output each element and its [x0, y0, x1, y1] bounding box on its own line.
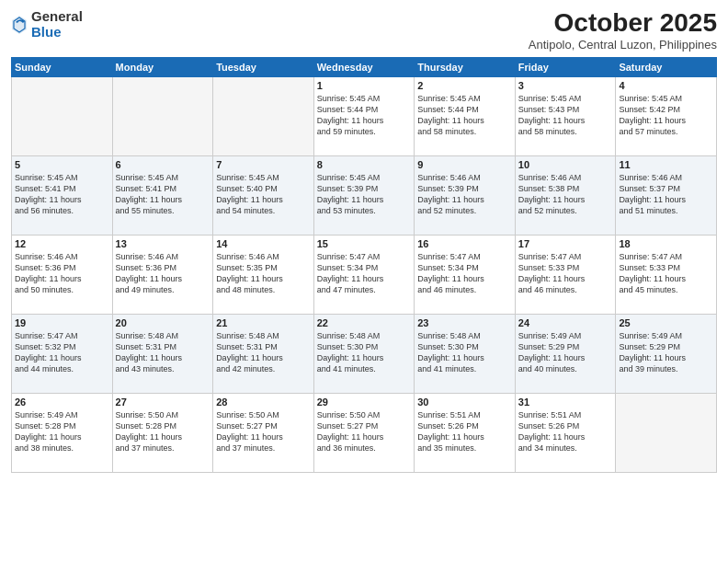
logo-general: General: [31, 9, 83, 25]
calendar-day-cell: 11Sunrise: 5:46 AM Sunset: 5:37 PM Dayli…: [616, 155, 717, 235]
day-info: Sunrise: 5:48 AM Sunset: 5:31 PM Dayligh…: [116, 330, 210, 375]
day-info: Sunrise: 5:48 AM Sunset: 5:30 PM Dayligh…: [317, 330, 412, 375]
calendar-day-cell: 20Sunrise: 5:48 AM Sunset: 5:31 PM Dayli…: [112, 314, 213, 393]
day-number: 14: [216, 238, 311, 249]
calendar-week-row: 19Sunrise: 5:47 AM Sunset: 5:32 PM Dayli…: [12, 314, 717, 393]
calendar-day-cell: 16Sunrise: 5:47 AM Sunset: 5:34 PM Dayli…: [415, 235, 516, 314]
day-number: 18: [619, 238, 713, 249]
calendar-day-cell: 13Sunrise: 5:46 AM Sunset: 5:36 PM Dayli…: [112, 235, 213, 314]
calendar-day-cell: [213, 76, 314, 155]
day-info: Sunrise: 5:47 AM Sunset: 5:34 PM Dayligh…: [417, 251, 512, 296]
day-number: 20: [116, 317, 210, 328]
calendar-day-cell: 19Sunrise: 5:47 AM Sunset: 5:32 PM Dayli…: [12, 314, 113, 393]
day-info: Sunrise: 5:46 AM Sunset: 5:37 PM Dayligh…: [619, 172, 713, 217]
logo-icon: [11, 15, 28, 35]
calendar-week-row: 26Sunrise: 5:49 AM Sunset: 5:28 PM Dayli…: [12, 393, 717, 472]
calendar-day-cell: 25Sunrise: 5:49 AM Sunset: 5:29 PM Dayli…: [616, 314, 717, 393]
day-info: Sunrise: 5:47 AM Sunset: 5:33 PM Dayligh…: [518, 251, 613, 296]
day-number: 4: [619, 80, 713, 91]
weekday-header: Friday: [515, 57, 616, 76]
calendar-day-cell: 18Sunrise: 5:47 AM Sunset: 5:33 PM Dayli…: [616, 235, 717, 314]
calendar-week-row: 5Sunrise: 5:45 AM Sunset: 5:41 PM Daylig…: [12, 155, 717, 235]
calendar-day-cell: 8Sunrise: 5:45 AM Sunset: 5:39 PM Daylig…: [313, 155, 415, 235]
calendar-day-cell: 15Sunrise: 5:47 AM Sunset: 5:34 PM Dayli…: [313, 235, 415, 314]
day-number: 25: [619, 317, 713, 328]
calendar-day-cell: 7Sunrise: 5:45 AM Sunset: 5:40 PM Daylig…: [213, 155, 314, 235]
day-number: 16: [417, 238, 512, 249]
day-info: Sunrise: 5:45 AM Sunset: 5:44 PM Dayligh…: [417, 93, 512, 138]
day-number: 11: [619, 159, 713, 170]
calendar-day-cell: [12, 76, 113, 155]
calendar-day-cell: 23Sunrise: 5:48 AM Sunset: 5:30 PM Dayli…: [415, 314, 516, 393]
location: Antipolo, Central Luzon, Philippines: [529, 38, 717, 52]
title-block: October 2025 Antipolo, Central Luzon, Ph…: [529, 9, 717, 52]
day-number: 31: [518, 396, 613, 408]
calendar-day-cell: 6Sunrise: 5:45 AM Sunset: 5:41 PM Daylig…: [112, 155, 213, 235]
day-info: Sunrise: 5:50 AM Sunset: 5:27 PM Dayligh…: [216, 409, 311, 454]
calendar-week-row: 1Sunrise: 5:45 AM Sunset: 5:44 PM Daylig…: [12, 76, 717, 155]
calendar-day-cell: 30Sunrise: 5:51 AM Sunset: 5:26 PM Dayli…: [415, 393, 516, 472]
day-number: 1: [317, 80, 412, 91]
day-info: Sunrise: 5:47 AM Sunset: 5:33 PM Dayligh…: [619, 251, 713, 296]
calendar-day-cell: 2Sunrise: 5:45 AM Sunset: 5:44 PM Daylig…: [415, 76, 516, 155]
calendar-day-cell: 14Sunrise: 5:46 AM Sunset: 5:35 PM Dayli…: [213, 235, 314, 314]
day-number: 8: [317, 159, 412, 170]
calendar-day-cell: 31Sunrise: 5:51 AM Sunset: 5:26 PM Dayli…: [515, 393, 616, 472]
day-info: Sunrise: 5:49 AM Sunset: 5:29 PM Dayligh…: [619, 330, 713, 375]
day-number: 23: [417, 317, 512, 328]
day-info: Sunrise: 5:51 AM Sunset: 5:26 PM Dayligh…: [518, 409, 613, 454]
header: General Blue October 2025 Antipolo, Cent…: [11, 9, 717, 52]
weekday-header-row: SundayMondayTuesdayWednesdayThursdayFrid…: [12, 57, 717, 76]
day-number: 22: [317, 317, 412, 328]
day-info: Sunrise: 5:45 AM Sunset: 5:44 PM Dayligh…: [317, 93, 412, 138]
weekday-header: Sunday: [12, 57, 113, 76]
logo-text: General Blue: [31, 9, 83, 40]
day-info: Sunrise: 5:46 AM Sunset: 5:38 PM Dayligh…: [518, 172, 613, 217]
day-info: Sunrise: 5:50 AM Sunset: 5:28 PM Dayligh…: [116, 409, 210, 454]
weekday-header: Thursday: [415, 57, 516, 76]
calendar-container: General Blue October 2025 Antipolo, Cent…: [0, 0, 728, 563]
weekday-header: Monday: [112, 57, 213, 76]
day-number: 30: [417, 396, 512, 408]
calendar-day-cell: 17Sunrise: 5:47 AM Sunset: 5:33 PM Dayli…: [515, 235, 616, 314]
day-info: Sunrise: 5:48 AM Sunset: 5:30 PM Dayligh…: [417, 330, 512, 375]
day-info: Sunrise: 5:45 AM Sunset: 5:39 PM Dayligh…: [317, 172, 412, 217]
day-number: 6: [116, 159, 210, 170]
day-number: 5: [15, 159, 109, 170]
day-info: Sunrise: 5:45 AM Sunset: 5:41 PM Dayligh…: [15, 172, 109, 217]
calendar-day-cell: 24Sunrise: 5:49 AM Sunset: 5:29 PM Dayli…: [515, 314, 616, 393]
weekday-header: Wednesday: [313, 57, 415, 76]
day-info: Sunrise: 5:45 AM Sunset: 5:41 PM Dayligh…: [116, 172, 210, 217]
calendar-day-cell: 26Sunrise: 5:49 AM Sunset: 5:28 PM Dayli…: [12, 393, 113, 472]
calendar-day-cell: [112, 76, 213, 155]
calendar-week-row: 12Sunrise: 5:46 AM Sunset: 5:36 PM Dayli…: [12, 235, 717, 314]
day-number: 26: [15, 396, 109, 408]
day-info: Sunrise: 5:51 AM Sunset: 5:26 PM Dayligh…: [417, 409, 512, 454]
weekday-header: Tuesday: [213, 57, 314, 76]
weekday-header: Saturday: [616, 57, 717, 76]
day-number: 10: [518, 159, 613, 170]
day-info: Sunrise: 5:46 AM Sunset: 5:36 PM Dayligh…: [15, 251, 109, 296]
day-number: 3: [518, 80, 613, 91]
day-info: Sunrise: 5:45 AM Sunset: 5:43 PM Dayligh…: [518, 93, 613, 138]
day-number: 2: [417, 80, 512, 91]
day-number: 12: [15, 238, 109, 249]
day-number: 29: [317, 396, 412, 408]
day-number: 28: [216, 396, 311, 408]
day-info: Sunrise: 5:47 AM Sunset: 5:32 PM Dayligh…: [15, 330, 109, 375]
logo: General Blue: [11, 9, 83, 40]
calendar-day-cell: 21Sunrise: 5:48 AM Sunset: 5:31 PM Dayli…: [213, 314, 314, 393]
day-number: 7: [216, 159, 311, 170]
day-info: Sunrise: 5:45 AM Sunset: 5:40 PM Dayligh…: [216, 172, 311, 217]
day-number: 19: [15, 317, 109, 328]
calendar-day-cell: 10Sunrise: 5:46 AM Sunset: 5:38 PM Dayli…: [515, 155, 616, 235]
day-info: Sunrise: 5:50 AM Sunset: 5:27 PM Dayligh…: [317, 409, 412, 454]
day-info: Sunrise: 5:47 AM Sunset: 5:34 PM Dayligh…: [317, 251, 412, 296]
calendar-day-cell: 4Sunrise: 5:45 AM Sunset: 5:42 PM Daylig…: [616, 76, 717, 155]
day-number: 21: [216, 317, 311, 328]
calendar-day-cell: 9Sunrise: 5:46 AM Sunset: 5:39 PM Daylig…: [415, 155, 516, 235]
day-number: 9: [417, 159, 512, 170]
calendar-day-cell: 5Sunrise: 5:45 AM Sunset: 5:41 PM Daylig…: [12, 155, 113, 235]
day-info: Sunrise: 5:48 AM Sunset: 5:31 PM Dayligh…: [216, 330, 311, 375]
day-number: 13: [116, 238, 210, 249]
